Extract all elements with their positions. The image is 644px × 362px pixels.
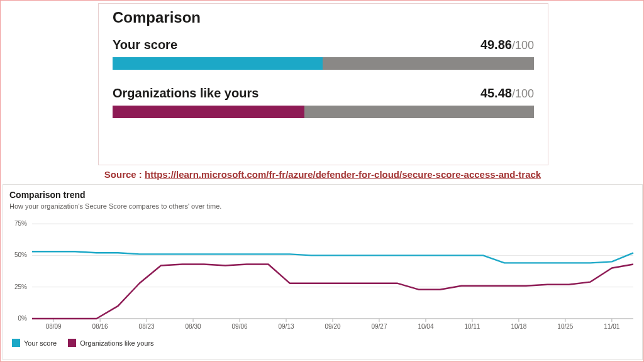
svg-text:75%: 75% xyxy=(14,220,27,227)
comparison-row-your-score: Your score 49.86/100 xyxy=(113,38,534,70)
svg-text:08/09: 08/09 xyxy=(46,323,62,330)
svg-text:09/20: 09/20 xyxy=(325,323,340,330)
score-max: 100 xyxy=(515,87,534,100)
legend-item-org: Organizations like yours xyxy=(68,339,153,347)
svg-text:10/18: 10/18 xyxy=(511,323,526,330)
row-label: Organizations like yours xyxy=(113,86,258,101)
score-max: 100 xyxy=(515,39,534,52)
row-head: Your score 49.86/100 xyxy=(113,38,534,52)
trend-legend: Your score Organizations like yours xyxy=(9,339,636,347)
svg-text:09/06: 09/06 xyxy=(232,323,248,330)
legend-swatch xyxy=(12,339,20,347)
trend-chart: 0%25%50%75%08/0908/1608/2308/3009/0609/1… xyxy=(9,214,637,336)
page-border: Comparison Your score 49.86/100 Organiza… xyxy=(0,0,644,362)
trend-subtitle: How your organization's Secure Score com… xyxy=(9,202,636,210)
row-score: 49.86/100 xyxy=(480,38,534,52)
svg-text:09/27: 09/27 xyxy=(371,323,387,330)
legend-swatch xyxy=(68,339,76,347)
bar-track xyxy=(113,106,534,118)
score-value: 45.48 xyxy=(480,86,512,100)
bar-fill-org xyxy=(113,106,304,118)
row-head: Organizations like yours 45.48/100 xyxy=(113,86,534,101)
source-link[interactable]: https://learn.microsoft.com/fr-fr/azure/… xyxy=(145,169,541,180)
bar-fill-your-score xyxy=(113,57,323,70)
svg-text:50%: 50% xyxy=(14,251,27,258)
svg-text:09/13: 09/13 xyxy=(279,323,294,330)
legend-item-your-score: Your score xyxy=(12,339,57,347)
source-prefix: Source : xyxy=(104,169,145,180)
svg-text:25%: 25% xyxy=(14,283,27,290)
svg-text:10/25: 10/25 xyxy=(557,323,573,330)
trend-card: Comparison trend How your organization's… xyxy=(3,184,643,360)
trend-chart-svg: 0%25%50%75%08/0908/1608/2308/3009/0609/1… xyxy=(9,214,637,336)
comparison-title: Comparison xyxy=(113,9,534,26)
comparison-row-org: Organizations like yours 45.48/100 xyxy=(113,86,534,118)
legend-label: Your score xyxy=(24,339,57,347)
score-value: 49.86 xyxy=(480,38,512,52)
comparison-card: Comparison Your score 49.86/100 Organiza… xyxy=(98,3,548,165)
svg-text:08/16: 08/16 xyxy=(92,323,108,330)
trend-title: Comparison trend xyxy=(9,190,636,200)
svg-text:10/11: 10/11 xyxy=(464,323,480,330)
svg-text:0%: 0% xyxy=(18,315,28,322)
source-line: Source : https://learn.microsoft.com/fr-… xyxy=(1,169,644,180)
svg-text:08/30: 08/30 xyxy=(186,323,201,330)
svg-text:08/23: 08/23 xyxy=(139,323,155,330)
bar-track xyxy=(113,57,534,70)
svg-text:10/04: 10/04 xyxy=(418,323,433,330)
row-score: 45.48/100 xyxy=(480,86,534,101)
legend-label: Organizations like yours xyxy=(80,339,153,347)
svg-text:11/01: 11/01 xyxy=(604,323,619,330)
row-label: Your score xyxy=(113,38,177,52)
